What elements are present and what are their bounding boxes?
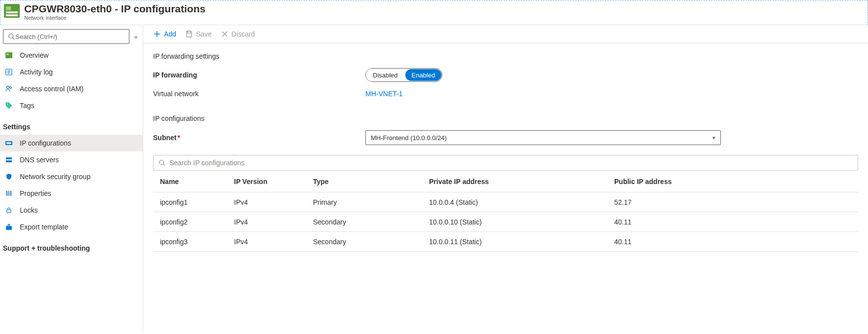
save-icon [185,30,193,38]
toolbar: Add Save Discard [143,25,868,43]
toggle-option-enabled[interactable]: Enabled [405,69,442,81]
table-header: Name IP Version Type Private IP address … [153,171,858,192]
svg-point-29 [159,160,164,165]
svg-line-30 [163,164,165,166]
page-title: CPGWR8030-eth0 - IP configurations [24,2,205,15]
virtual-network-link[interactable]: MH-VNET-1 [365,90,402,98]
svg-point-13 [10,87,12,89]
sidebar-item-network-security-group[interactable]: Network security group [0,168,143,185]
section-title-ip-configurations: IP configurations [153,114,858,122]
field-label-subnet: Subnet* [153,134,365,142]
col-header-private-ip[interactable]: Private IP address [422,178,607,186]
chevron-double-left-icon: « [134,33,138,40]
sidebar-item-label: Network security group [20,173,90,181]
toolbar-label: Save [196,30,212,38]
people-icon [5,85,13,93]
svg-rect-18 [6,160,12,162]
svg-rect-16 [6,142,11,144]
svg-rect-3 [6,14,18,16]
sidebar-group-title-support: Support + troubleshooting [0,235,143,256]
sidebar-item-label: Tags [20,102,35,110]
page-subtitle: Network interface [24,15,205,21]
svg-rect-7 [6,53,9,55]
svg-rect-1 [6,6,11,10]
cell-public-ip: 40.11 [607,218,858,226]
col-header-public-ip[interactable]: Public IP address [607,178,858,186]
dns-icon [5,156,13,164]
lock-icon [5,206,13,214]
page-header: CPGWR8030-eth0 - IP configurations Netwo… [0,0,868,25]
cell-ip-version: IPv4 [227,238,306,246]
table-row[interactable]: ipconfig2 IPv4 Secondary 10.0.0.10 (Stat… [153,212,858,232]
sidebar-item-label: Overview [20,51,48,59]
cell-type: Primary [306,198,422,206]
ip-config-search-input[interactable] [169,159,853,167]
cell-private-ip: 10.0.0.4 (Static) [422,198,607,206]
svg-point-4 [9,34,13,38]
svg-rect-26 [188,31,191,33]
ip-forwarding-toggle[interactable]: Disabled Enabled [365,68,442,82]
svg-rect-20 [8,191,9,196]
tag-icon [5,102,13,110]
cell-public-ip: 52.17 [607,198,858,206]
shield-icon [5,173,13,181]
table-row[interactable]: ipconfig3 IPv4 Secondary 10.0.0.11 (Stat… [153,232,858,252]
cell-type: Secondary [306,238,422,246]
sidebar-item-export-template[interactable]: Export template [0,219,143,235]
table-row[interactable]: ipconfig1 IPv4 Primary 10.0.0.4 (Static)… [153,192,858,212]
section-title-ip-forwarding: IP forwarding settings [153,52,858,60]
sidebar-item-label: Locks [20,206,38,214]
svg-point-14 [7,104,8,105]
sidebar-search[interactable] [3,29,129,44]
sidebar-item-dns-servers[interactable]: DNS servers [0,151,143,168]
cell-private-ip: 10.0.0.10 (Static) [422,218,607,226]
sidebar-item-properties[interactable]: Properties [0,185,143,202]
sidebar-group-title-settings: Settings [0,114,143,135]
discard-button[interactable]: Discard [221,30,255,38]
save-button[interactable]: Save [185,30,212,38]
sidebar-item-locks[interactable]: Locks [0,202,143,219]
cell-public-ip: 40.11 [607,238,858,246]
toggle-option-disabled[interactable]: Disabled [366,69,405,81]
sidebar-item-activity-log[interactable]: Activity log [0,64,143,80]
col-header-ip-version[interactable]: IP Version [227,178,306,186]
cell-name: ipconfig3 [153,238,227,246]
svg-rect-17 [6,157,12,159]
svg-line-5 [13,38,15,40]
cell-name: ipconfig1 [153,198,227,206]
cell-ip-version: IPv4 [227,198,306,206]
main-content: Add Save Discard IP forwarding settings … [143,25,868,332]
cell-name: ipconfig2 [153,218,227,226]
sidebar: « Overview Activity log Access control (… [0,25,143,332]
subnet-select-value: MH-Frontend (10.0.0.0/24) [371,134,447,142]
sidebar-item-overview[interactable]: Overview [0,47,143,64]
col-header-type[interactable]: Type [306,178,422,186]
activity-log-icon [5,68,13,76]
sidebar-item-tags[interactable]: Tags [0,97,143,114]
col-header-name[interactable]: Name [153,178,227,186]
search-icon [158,159,165,166]
toolbar-label: Add [164,30,176,38]
cell-ip-version: IPv4 [227,218,306,226]
add-button[interactable]: Add [153,30,176,38]
chevron-down-icon: ▾ [712,135,715,141]
svg-rect-21 [10,191,11,196]
sidebar-item-label: DNS servers [20,156,59,164]
sidebar-item-label: Activity log [20,68,53,76]
ip-config-search[interactable] [153,155,858,171]
cell-private-ip: 10.0.0.11 (Static) [422,238,607,246]
resource-mini-icon [5,51,13,59]
sidebar-collapse[interactable]: « [132,31,140,42]
resource-icon [3,2,20,19]
sidebar-item-access-control[interactable]: Access control (IAM) [0,80,143,97]
cell-type: Secondary [306,218,422,226]
subnet-select[interactable]: MH-Frontend (10.0.0.0/24) ▾ [365,130,721,145]
sidebar-item-label: IP configurations [20,139,71,147]
sidebar-search-input[interactable] [15,33,125,40]
sidebar-item-label: Export template [20,223,68,231]
toolbar-label: Discard [232,30,255,38]
required-indicator: * [177,134,180,142]
svg-rect-2 [6,11,18,13]
sidebar-item-ip-configurations[interactable]: IP configurations [0,135,143,151]
field-label-virtual-network: Virtual network [153,90,365,98]
